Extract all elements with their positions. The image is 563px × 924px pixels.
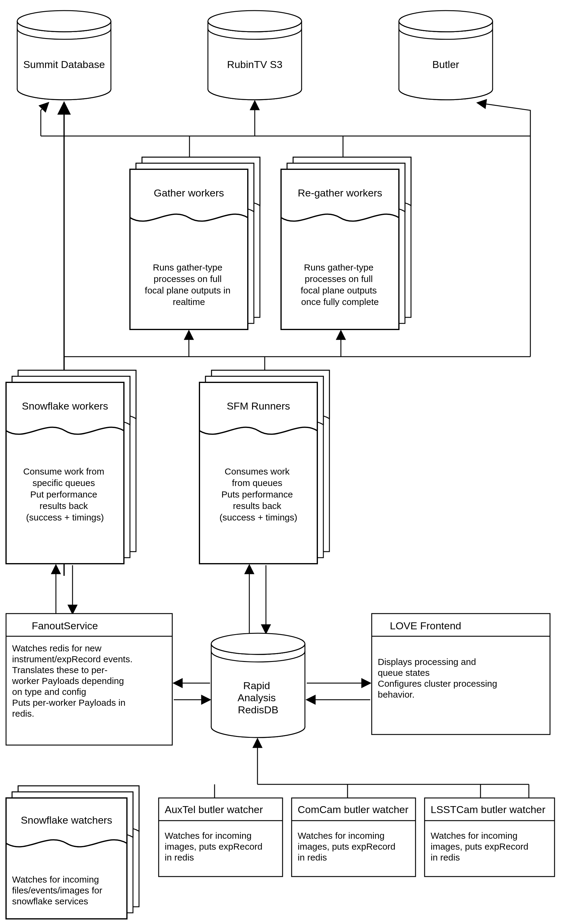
sfm-runners-stack: SFM Runners Consumes work from queues Pu… — [199, 370, 329, 564]
redis-db: Rapid Analysis RedisDB — [211, 633, 305, 738]
regather-workers-title: Re-gather workers — [298, 187, 382, 199]
fanout-desc: Watches redis for new instrument/expReco… — [12, 643, 135, 718]
snowflake-workers-desc: Consume work from specific queues Put pe… — [23, 466, 107, 522]
lsstcam-block: LSSTCam butler watcher Watches for incom… — [425, 798, 554, 876]
svg-point-23 — [211, 633, 305, 654]
auxtel-title: AuxTel butler watcher — [165, 804, 263, 815]
butler-db-label: Butler — [433, 58, 459, 70]
fanout-title: FanoutService — [32, 620, 98, 632]
rubin-db-label: RubinTV S3 — [227, 58, 282, 70]
regather-workers-stack: Re-gather workers Runs gather-type proce… — [281, 157, 411, 330]
summit-db-label: Summit Database — [23, 58, 105, 70]
sfm-runners-title: SFM Runners — [227, 400, 290, 412]
gather-workers-title: Gather workers — [154, 187, 224, 199]
svg-point-3 — [208, 10, 302, 32]
fanout-block: FanoutService Watches redis for new inst… — [6, 614, 172, 745]
rubin-db: RubinTV S3 — [208, 10, 302, 100]
svg-point-1 — [17, 10, 111, 32]
comcam-block: ComCam butler watcher Watches for incomi… — [292, 798, 416, 876]
gather-workers-stack: Gather workers Runs gather-type processe… — [130, 157, 260, 330]
summit-db: Summit Database — [17, 10, 111, 100]
snowflake-workers-stack: Snowflake workers Consume work from spec… — [6, 370, 136, 564]
auxtel-block: AuxTel butler watcher Watches for incomi… — [159, 798, 283, 876]
butler-db: Butler — [399, 10, 493, 100]
comcam-title: ComCam butler watcher — [298, 804, 409, 815]
lsstcam-title: LSSTCam butler watcher — [431, 804, 545, 815]
love-block: LOVE Frontend Displays processing and qu… — [372, 614, 550, 735]
love-title: LOVE Frontend — [390, 620, 461, 632]
snowflake-watchers-stack: Snowflake watchers Watches for incoming … — [6, 786, 139, 919]
redis-db-label: Rapid Analysis RedisDB — [238, 680, 279, 716]
sfm-runners-desc: Consumes work from queues Puts performan… — [219, 466, 297, 522]
snowflake-watchers-title: Snowflake watchers — [21, 814, 112, 826]
snowflake-workers-title: Snowflake workers — [22, 400, 108, 412]
svg-point-5 — [399, 10, 493, 32]
